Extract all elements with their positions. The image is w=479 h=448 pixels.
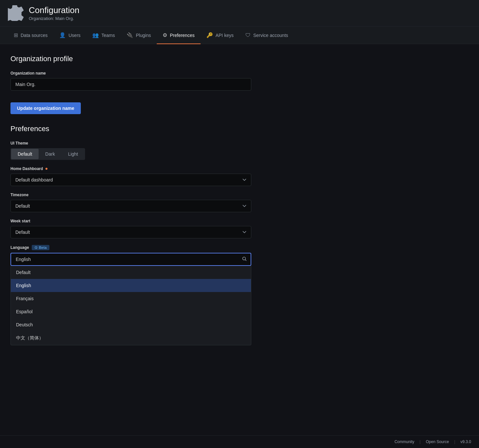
lang-option-chinese[interactable]: 中文（简体）: [11, 331, 251, 345]
org-profile-title: Organization profile: [10, 55, 251, 63]
gear-icon: [8, 5, 24, 21]
database-icon: ⊞: [14, 32, 18, 38]
shield-icon: 🛡: [245, 32, 251, 38]
update-org-name-button[interactable]: Update organization name: [10, 102, 81, 114]
week-start-select[interactable]: Default: [10, 226, 251, 238]
svg-point-0: [243, 257, 246, 260]
page-header: Configuration Organization: Main Org.: [0, 0, 479, 26]
language-search-wrapper: [10, 253, 251, 266]
svg-line-1: [245, 260, 247, 261]
tab-data-sources[interactable]: ⊞ Data sources: [8, 27, 53, 44]
org-name-label: Organization name: [10, 71, 251, 76]
week-start-field: Week start Default: [10, 219, 251, 238]
tab-teams[interactable]: 👥 Teams: [86, 27, 121, 44]
tab-service-accounts[interactable]: 🛡 Service accounts: [240, 27, 294, 44]
theme-dark-button[interactable]: Dark: [39, 149, 62, 159]
plug-icon: 🔌: [127, 32, 133, 38]
footer-divider-1: |: [419, 439, 420, 444]
tab-users[interactable]: 👤 Users: [53, 27, 86, 44]
language-field: Language Beta Default English Fran: [10, 245, 251, 345]
page-title: Configuration: [29, 5, 80, 15]
home-dashboard-select[interactable]: Default dashboard: [10, 174, 251, 186]
open-source-link[interactable]: Open Source: [426, 439, 449, 444]
timezone-field: Timezone Default: [10, 193, 251, 212]
footer-divider-2: |: [454, 439, 455, 444]
week-start-label: Week start: [10, 219, 251, 223]
beta-icon: [34, 246, 38, 249]
main-content: Organization profile Organization name U…: [0, 44, 262, 364]
page-subtitle: Organization: Main Org.: [29, 16, 80, 21]
lang-option-german[interactable]: Deutsch: [11, 318, 251, 331]
language-dropdown: Default English Français Español Deutsch…: [10, 266, 251, 345]
beta-badge: Beta: [32, 245, 49, 250]
home-dashboard-field: Home Dashboard Default dashboard: [10, 166, 251, 186]
lang-option-spanish[interactable]: Español: [11, 305, 251, 318]
org-profile-section: Organization profile Organization name U…: [10, 55, 251, 114]
ui-theme-label: UI Theme: [10, 141, 251, 146]
lang-option-english[interactable]: English: [11, 279, 251, 292]
nav-tabs: ⊞ Data sources 👤 Users 👥 Teams 🔌 Plugins…: [0, 26, 479, 44]
lang-option-french[interactable]: Français: [11, 292, 251, 305]
sliders-icon: ⚙: [163, 32, 167, 38]
search-icon: [242, 257, 247, 262]
user-icon: 👤: [59, 32, 66, 38]
language-label: Language Beta: [10, 245, 251, 250]
theme-light-button[interactable]: Light: [62, 149, 84, 159]
tab-plugins[interactable]: 🔌 Plugins: [121, 27, 157, 44]
timezone-select[interactable]: Default: [10, 200, 251, 212]
language-search-input[interactable]: [10, 253, 251, 266]
header-text: Configuration Organization: Main Org.: [29, 5, 80, 21]
preferences-section: Preferences UI Theme Default Dark Light …: [10, 125, 251, 345]
required-indicator: [45, 168, 47, 170]
tab-api-keys[interactable]: 🔑 API keys: [201, 27, 240, 44]
community-link[interactable]: Community: [395, 439, 415, 444]
footer: Community | Open Source | v9.3.0: [0, 435, 479, 448]
users-icon: 👥: [92, 32, 99, 38]
lang-option-default[interactable]: Default: [11, 266, 251, 279]
org-name-field: Organization name: [10, 71, 251, 91]
version-label: v9.3.0: [460, 439, 471, 444]
theme-default-button[interactable]: Default: [11, 149, 39, 159]
home-dashboard-label: Home Dashboard: [10, 166, 251, 171]
preferences-title: Preferences: [10, 125, 251, 133]
ui-theme-field: UI Theme Default Dark Light: [10, 141, 251, 160]
key-icon: 🔑: [206, 32, 213, 38]
org-name-input[interactable]: [10, 78, 251, 91]
ui-theme-toggle: Default Dark Light: [10, 148, 85, 160]
tab-preferences[interactable]: ⚙ Preferences: [157, 27, 200, 44]
timezone-label: Timezone: [10, 193, 251, 197]
